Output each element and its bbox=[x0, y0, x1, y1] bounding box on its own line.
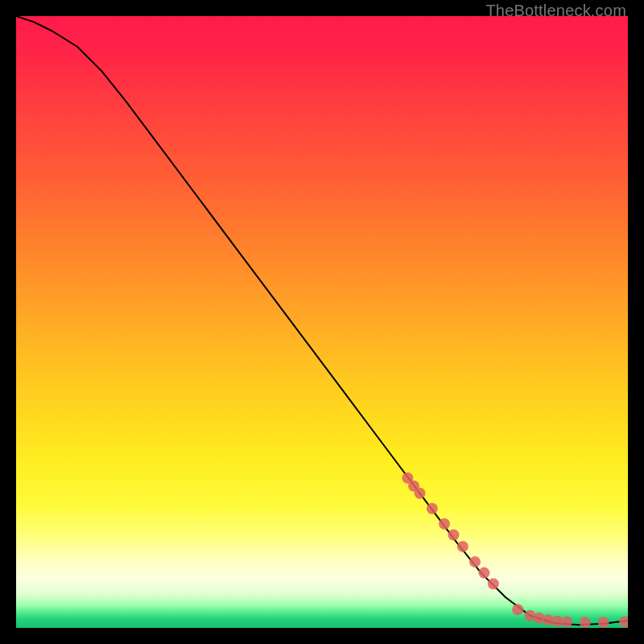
chart-frame: TheBottleneck.com bbox=[0, 0, 644, 644]
point-highlighted-points bbox=[427, 503, 438, 514]
point-highlighted-points bbox=[488, 578, 499, 589]
point-highlighted-points bbox=[469, 556, 481, 568]
point-highlighted-points bbox=[598, 617, 609, 628]
point-highlighted-points bbox=[457, 541, 469, 552]
point-highlighted-points bbox=[512, 604, 523, 615]
point-highlighted-points bbox=[561, 616, 572, 627]
point-highlighted-points bbox=[580, 617, 591, 628]
point-highlighted-points bbox=[448, 529, 459, 540]
chart-canvas bbox=[16, 16, 628, 628]
plot-area bbox=[16, 16, 628, 628]
gradient-background bbox=[16, 16, 628, 628]
point-highlighted-points bbox=[478, 568, 489, 579]
watermark-text: TheBottleneck.com bbox=[485, 2, 626, 20]
point-highlighted-points bbox=[415, 488, 426, 499]
point-highlighted-points bbox=[439, 518, 450, 530]
